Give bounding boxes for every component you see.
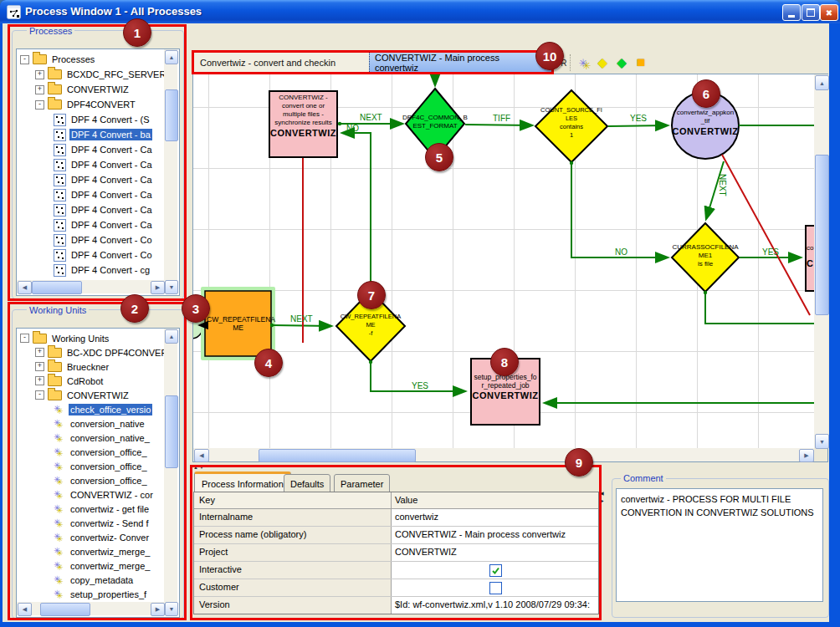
scroll-right-button[interactable]: ▶ — [799, 449, 814, 462]
tree-item-unit[interactable]: ✳convertwiz- Conver — [20, 530, 167, 544]
scroll-down-button[interactable]: ▼ — [165, 280, 178, 294]
minimize-button[interactable] — [782, 4, 801, 21]
panel-collapse-buttons[interactable]: ▲▼ — [193, 465, 205, 470]
tree-item-process-selected[interactable]: DPF 4 Convert - ba — [20, 127, 167, 142]
tree-item-unit[interactable]: ✳conversion_native_ — [20, 431, 167, 445]
down-icon: ▼ — [169, 284, 175, 290]
scrollbar-thumb[interactable] — [165, 395, 178, 468]
scrollbar-thumb[interactable] — [32, 281, 82, 294]
tree-item-process[interactable]: DPF 4 Convert - cg — [20, 263, 167, 278]
collapse-icon[interactable]: - — [20, 55, 29, 64]
collapse-icon[interactable]: - — [35, 390, 44, 400]
tree-item-process[interactable]: DPF 4 Convert - Ca — [20, 187, 167, 202]
window-border-bottom — [0, 622, 840, 627]
tree-item-unit[interactable]: ✳CONVERTWIZ - cor — [20, 487, 167, 502]
tree-item-process[interactable]: DPF 4 Convert - Ca — [20, 142, 167, 157]
scroll-left-button[interactable]: ◀ — [18, 281, 32, 294]
scroll-right-button[interactable]: ▶ — [151, 281, 165, 294]
tab-parameter[interactable]: Parameter — [334, 474, 390, 493]
scroll-left-button[interactable]: ◀ — [194, 449, 209, 462]
row-value[interactable]: $Id: wf-convertwiz.xml,v 1.10 2008/07/29… — [392, 597, 597, 614]
node-count-sources-decision[interactable] — [535, 90, 607, 162]
scrollbar-thumb[interactable] — [165, 89, 178, 141]
new-activity-button[interactable]: ■ — [633, 54, 648, 72]
node-clipped-box[interactable] — [806, 226, 814, 291]
tree-item-unit[interactable]: ✳convertwiz_merge_ — [20, 558, 167, 573]
tree-item-unit[interactable]: ✳conversion_office_ — [20, 473, 167, 487]
tree-label: conversion_native_ — [69, 432, 151, 444]
splitter-right-icon[interactable]: ▶ — [600, 497, 604, 505]
expand-icon[interactable]: + — [35, 362, 44, 371]
tree-item-unit[interactable]: ✳convertwiz_merge_ — [20, 544, 167, 558]
tree-item-process[interactable]: DPF 4 Convert - Ca — [20, 172, 167, 187]
tree-item-unit[interactable]: ✳convertwiz - get file — [20, 502, 167, 516]
tree-item-process[interactable]: DPF 4 Convert - Ca — [20, 157, 167, 172]
tree-item-process[interactable]: DPF 4 Convert - Co — [20, 247, 167, 263]
scrollbar-thumb[interactable] — [40, 603, 90, 616]
tree-item-root[interactable]: -Working Units — [20, 331, 167, 345]
tree-item-folder[interactable]: +BCXDC_RFC_SERVER — [20, 67, 167, 82]
tree-item-folder[interactable]: +CONVERTWIZ — [20, 82, 167, 97]
row-value[interactable]: CONVERTWIZ — [392, 544, 597, 561]
tree-item-folder[interactable]: -CONVERTWIZ — [20, 388, 167, 402]
tree-item-unit-selected[interactable]: ✳check_office_versio — [20, 402, 167, 416]
maximize-button[interactable] — [802, 4, 820, 21]
doc-tab-active[interactable]: CONVERTWIZ - Main process convertwiz ✖ — [369, 52, 553, 74]
tree-item-folder[interactable]: -DPF4CONVERT — [20, 97, 167, 112]
doc-tab-inactive[interactable]: Convertwiz - convert and checkin — [192, 52, 371, 74]
tree-item-unit[interactable]: ✳convertwiz - Send f — [20, 516, 167, 530]
tree-label: CONVERTWIZ — [65, 84, 131, 95]
scrollbar-thumb[interactable] — [259, 449, 416, 462]
gears-icon: ✳ — [579, 57, 588, 69]
row-value[interactable]: CONVERTWIZ - Main process convertwiz — [392, 527, 597, 543]
expand-icon[interactable]: + — [35, 70, 44, 79]
node-repeat-box[interactable] — [205, 291, 271, 356]
folder-icon — [33, 54, 47, 64]
edge-error-red — [722, 155, 810, 315]
tree-label: DPF 4 Convert - Ca — [69, 219, 154, 231]
tree-item-unit[interactable]: ✳conversion_native — [20, 416, 167, 431]
scroll-up-button[interactable]: ▲ — [165, 329, 178, 344]
tree-item-unit[interactable]: ✳setup_properties_f — [20, 587, 167, 601]
tab-process-information[interactable]: Process Information — [194, 472, 291, 494]
orange-square-icon: ■ — [637, 54, 645, 71]
tree-item-folder[interactable]: +CdRobot — [20, 374, 167, 388]
tree-item-unit[interactable]: ✳copy_metadata — [20, 573, 167, 587]
scroll-left-button[interactable]: ◀ — [18, 603, 32, 616]
scroll-down-button[interactable]: ▼ — [165, 602, 178, 616]
node-currassoc-decision[interactable] — [672, 223, 739, 292]
new-green-decision-button[interactable]: ◆ — [614, 54, 629, 72]
tree-item-process[interactable]: DPF 4 Convert - Ca — [20, 217, 167, 232]
comment-textarea[interactable]: convertwiz - PROCESS FOR MULTI FILE CONV… — [616, 488, 823, 602]
tree-item-folder[interactable]: +BC-XDC DPF4CONVERT — [20, 345, 167, 359]
scroll-right-button[interactable]: ▶ — [151, 603, 165, 616]
panel-splitter[interactable]: ◀ ▶ — [600, 490, 604, 505]
tree-item-root[interactable]: -Processes — [20, 52, 167, 67]
tree-item-unit[interactable]: ✳conversion_office_ — [20, 459, 167, 473]
close-button[interactable]: ✖ — [820, 4, 838, 21]
splitter-left-icon[interactable]: ◀ — [600, 490, 604, 497]
scroll-up-button[interactable]: ▲ — [165, 50, 178, 64]
tree-item-process[interactable]: DPF 4 Convert - Ca — [20, 202, 167, 217]
tree-item-process[interactable]: DPF 4 Convert - Co — [20, 232, 167, 247]
tab-defaults[interactable]: Defaults — [284, 474, 330, 493]
new-process-step-button[interactable]: ✳ — [575, 54, 592, 72]
scroll-up-button[interactable]: ▲ — [815, 75, 829, 90]
process-diagram-canvas[interactable]: CONVERTWIZ -convert one ormultiple files… — [193, 74, 814, 448]
interactive-checkbox-checked[interactable] — [489, 564, 502, 577]
collapse-icon[interactable]: - — [20, 334, 29, 343]
scroll-down-button[interactable]: ▼ — [815, 434, 829, 449]
new-yellow-decision-button[interactable]: ◆ — [595, 54, 610, 72]
vertical-scrollbar: ▲ ▼ — [164, 329, 177, 615]
customer-checkbox-unchecked[interactable] — [489, 582, 502, 594]
expand-icon[interactable]: + — [35, 376, 44, 385]
collapse-icon[interactable]: - — [35, 100, 44, 110]
scrollbar-thumb[interactable] — [815, 155, 829, 315]
row-value[interactable]: convertwiz — [392, 509, 597, 526]
tree-item-process[interactable]: DPF 4 Convert - (S — [20, 112, 167, 127]
expand-icon[interactable]: + — [35, 85, 44, 94]
tree-item-unit[interactable]: ✳conversion_office_ — [20, 445, 167, 459]
expand-icon[interactable]: + — [35, 348, 44, 357]
node-main-process[interactable] — [269, 91, 337, 157]
tree-item-folder[interactable]: +Brueckner — [20, 359, 167, 374]
